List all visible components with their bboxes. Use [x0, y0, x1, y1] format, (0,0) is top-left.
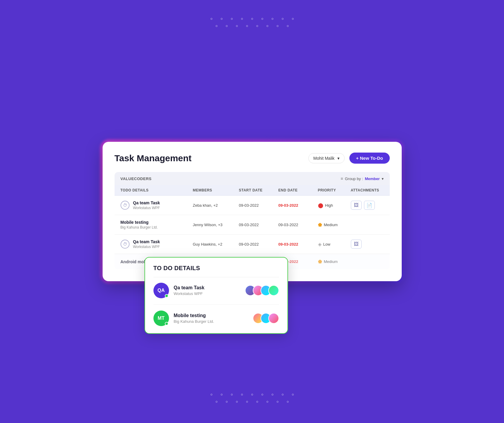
col-start-date: START DATE [239, 188, 278, 192]
col-members: MEMBERS [193, 188, 239, 192]
task-subtitle: Workstatus WPF [133, 245, 160, 249]
online-status-dot [165, 294, 168, 298]
priority-cell: ◈ Low [318, 241, 351, 247]
task-subtitle: Workstatus WPF [133, 206, 160, 210]
task-name: Qa team Task [133, 200, 160, 205]
popup-divider [153, 277, 279, 277]
task-status-icon: ⏱ [121, 240, 130, 249]
start-date-cell: 09-03-2022 [239, 242, 278, 247]
col-end-date: END DATE [278, 188, 318, 192]
group-by-chevron-icon: ▾ [382, 176, 384, 181]
online-status-dot [165, 322, 168, 325]
new-todo-label: + New To-Do [356, 156, 383, 161]
member-avatars [245, 285, 279, 296]
group-by-label: Group by : [345, 176, 363, 181]
avatar-initials: MT [158, 316, 165, 321]
table-row[interactable]: Mobile testing Big Kahuna Burger Ltd. Je… [115, 215, 390, 235]
popup-item-left: MT Mobile testing Big Kahuna Burger Ltd. [153, 311, 214, 326]
member-avatar [268, 313, 279, 324]
table-row[interactable]: ⏱ Qa team Task Workstatus WPF Guy Hawkin… [115, 235, 390, 254]
member-avatar [268, 285, 279, 296]
page-title: Task Management [115, 153, 192, 163]
priority-label: High [325, 203, 333, 208]
priority-label: Low [323, 242, 331, 247]
table-row[interactable]: ⏱ Qa team Task Workstatus WPF Zeba khan,… [115, 196, 390, 215]
popup-task-subtitle: Big Kahuna Burger Ltd. [174, 319, 214, 324]
popup-item-left: QA Qa team Task Workstatus WPF [153, 283, 205, 298]
col-attachments: ATTACHMENTS [351, 188, 384, 192]
popup-title: TO DO DETAILS [153, 265, 279, 272]
task-name: Mobile testing [121, 220, 158, 225]
doc-attachment-icon[interactable]: 📄 [364, 201, 375, 210]
start-date-cell: 09-03-2022 [239, 223, 278, 227]
col-priority: PRIORITY [318, 188, 351, 192]
member-avatars [253, 313, 279, 324]
image-attachment-icon[interactable]: 🖼 [351, 201, 362, 210]
avatar: QA [153, 283, 169, 298]
priority-medium-icon: ⬟ [318, 222, 322, 228]
avatar-initials: QA [158, 288, 165, 293]
attachments-cell: 🖼 [351, 240, 384, 249]
header: Task Management Mohit Malik ▾ + New To-D… [115, 153, 390, 164]
task-table: VALUECODERS ≡ Group by : Member ▾ TODO D… [115, 172, 390, 269]
end-date-cell: 09-03-2022 [278, 203, 318, 208]
task-name: Qa team Task [133, 239, 160, 244]
task-cell: Mobile testing Big Kahuna Burger Ltd. [121, 220, 193, 229]
priority-low-icon: ◈ [318, 241, 322, 247]
image-attachment-icon[interactable]: 🖼 [351, 240, 362, 249]
header-controls: Mohit Malik ▾ + New To-Do [308, 153, 390, 164]
task-cell: ⏱ Qa team Task Workstatus WPF [121, 200, 193, 210]
avatar: MT [153, 311, 169, 326]
attachments-cell: 🖼 📄 [351, 201, 384, 210]
popup-item-info: Qa team Task Workstatus WPF [174, 285, 205, 296]
members-cell: Guy Hawkins, +2 [193, 242, 239, 247]
popup-task-subtitle: Workstatus WPF [174, 291, 205, 296]
group-by-control[interactable]: ≡ Group by : Member ▾ [341, 176, 384, 181]
priority-cell: ⬟ Medium [318, 259, 351, 264]
user-name: Mohit Malik [313, 156, 335, 161]
task-status-icon: ⏱ [121, 201, 130, 210]
popup-item-info: Mobile testing Big Kahuna Burger Ltd. [174, 313, 214, 324]
members-cell: Jenny Wilson, +3 [193, 223, 239, 227]
priority-cell: ⬟ Medium [318, 222, 351, 228]
task-cell: ⏱ Qa team Task Workstatus WPF [121, 239, 193, 249]
priority-label: Medium [324, 223, 338, 227]
new-todo-button[interactable]: + New To-Do [349, 153, 389, 164]
org-name: VALUECODERS [121, 176, 152, 181]
popup-task-title: Mobile testing [174, 313, 214, 318]
chevron-down-icon: ▾ [337, 156, 339, 161]
popup-task-title: Qa team Task [174, 285, 205, 290]
members-cell: Zeba khan, +2 [193, 203, 239, 208]
main-card: Task Management Mohit Malik ▾ + New To-D… [103, 142, 402, 281]
priority-medium-icon: ⬟ [318, 259, 322, 264]
start-date-cell: 09-03-2022 [239, 203, 278, 208]
popup-item[interactable]: QA Qa team Task Workstatus WPF [153, 283, 279, 305]
priority-high-icon: ⬤ [318, 203, 323, 208]
end-date-cell: 09-03-2022 [278, 223, 318, 227]
end-date-cell: 09-03-2022 [278, 242, 318, 247]
popup-item[interactable]: MT Mobile testing Big Kahuna Burger Ltd. [153, 311, 279, 326]
todo-details-popup: TO DO DETAILS QA Qa team Task Workstatus… [144, 257, 288, 334]
priority-cell: ⬤ High [318, 203, 351, 208]
group-by-value[interactable]: Member [365, 176, 380, 181]
task-subtitle: Big Kahuna Burger Ltd. [121, 225, 158, 229]
filter-icon: ≡ [341, 176, 343, 181]
column-headers: TODO DETAILS MEMBERS START DATE END DATE… [115, 185, 390, 196]
table-header-bar: VALUECODERS ≡ Group by : Member ▾ [115, 172, 390, 185]
priority-label: Medium [324, 259, 338, 264]
user-dropdown[interactable]: Mohit Malik ▾ [308, 153, 345, 163]
col-todo: TODO DETAILS [121, 188, 193, 192]
